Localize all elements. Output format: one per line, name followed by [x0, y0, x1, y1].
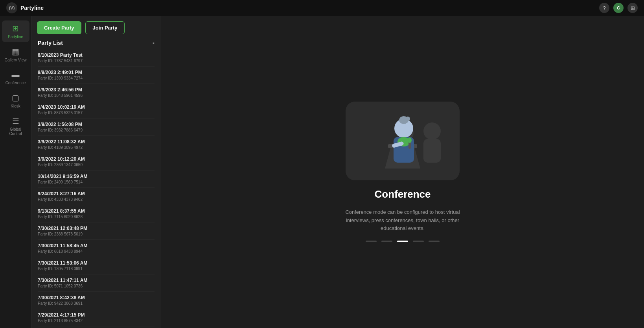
party-item-id: Party ID: 5071 1052 0736: [38, 284, 155, 288]
party-list-header: Party List ▪: [31, 38, 161, 49]
carousel-dot[interactable]: [366, 241, 377, 242]
party-item-name: 3/9/2022 1:56:08 PM: [38, 122, 155, 127]
topbar-icons: ? C ⊞: [599, 3, 638, 13]
gallery-view-icon: ▦: [12, 47, 19, 56]
party-item-id: Party ID: 2499 1569 7514: [38, 180, 155, 184]
party-item-id: Party ID: 1390 9334 7274: [38, 76, 155, 80]
party-item-id: Party ID: 9422 3868 3691: [38, 301, 155, 306]
party-item-name: 3/9/2022 10:12:20 AM: [38, 156, 155, 162]
party-item-name: 9/13/2021 8:37:55 AM: [38, 208, 155, 214]
party-item-name: 9/24/2021 8:27:16 AM: [38, 191, 155, 196]
party-list-item[interactable]: 8/10/2023 Party Test Party ID: 1787 5431…: [38, 49, 155, 67]
party-item-id: Party ID: 1787 5431 6797: [38, 59, 155, 63]
main-content: Conference Conference mode can be config…: [161, 16, 644, 328]
sidebar-item-conference[interactable]: ▬ Conference: [2, 67, 29, 88]
party-list-item[interactable]: 7/30/2021 12:03:48 PM Party ID: 2388 567…: [38, 222, 155, 240]
party-item-id: Party ID: 4189 3095 4972: [38, 145, 155, 150]
conference-description: Conference mode can be configured to hos…: [344, 208, 462, 233]
sidebar-item-gallery-view[interactable]: ▦ Gallery View: [2, 44, 29, 65]
party-list-item[interactable]: 7/30/2021 11:47:11 AM Party ID: 5071 105…: [38, 274, 155, 292]
main-layout: ⊞ Partyline ▦ Gallery View ▬ Conference …: [0, 16, 644, 328]
conference-icon: ▬: [12, 70, 20, 79]
conference-illustration-card: [346, 102, 460, 180]
party-list-item[interactable]: 10/14/2021 9:16:59 AM Party ID: 2499 156…: [38, 170, 155, 188]
party-item-name: 1/4/2023 10:02:19 AM: [38, 104, 155, 110]
topbar: (V) Partyline ? C ⊞: [0, 0, 644, 16]
party-item-id: Party ID: 2113 8575 4342: [38, 319, 155, 323]
party-item-id: Party ID: 6618 9438 8944: [38, 249, 155, 254]
party-list-item[interactable]: 9/13/2021 8:37:55 AM Party ID: 7115 6020…: [38, 205, 155, 222]
party-item-name: 10/14/2021 9:16:59 AM: [38, 174, 155, 179]
carousel-dot[interactable]: [397, 241, 408, 242]
party-item-id: Party ID: 7115 6020 8628: [38, 215, 155, 219]
conference-title: Conference: [374, 188, 431, 200]
party-list-item[interactable]: 7/29/2021 4:17:15 PM Party ID: 2113 8575…: [38, 309, 155, 326]
party-item-name: 7/30/2021 11:53:06 AM: [38, 260, 155, 266]
kiosk-label: Kiosk: [11, 104, 20, 108]
grid-menu-button[interactable]: ⊞: [627, 3, 638, 13]
party-actions: Create Party Join Party: [31, 16, 161, 38]
carousel-dot[interactable]: [381, 241, 392, 242]
partyline-icon: ⊞: [12, 24, 19, 33]
party-item-id: Party ID: 2388 5678 5019: [38, 232, 155, 236]
create-party-button[interactable]: Create Party: [37, 21, 81, 34]
party-list-item[interactable]: 3/9/2022 10:12:20 AM Party ID: 2369 1347…: [38, 153, 155, 170]
kiosk-icon: ▢: [12, 93, 19, 102]
user-avatar[interactable]: C: [613, 3, 624, 13]
party-list[interactable]: 8/10/2023 Party Test Party ID: 1787 5431…: [31, 49, 161, 328]
party-item-name: 7/30/2021 8:42:38 AM: [38, 295, 155, 300]
party-list-title: Party List: [38, 40, 63, 46]
party-item-id: Party ID: 3932 7886 6479: [38, 128, 155, 132]
party-item-name: 7/30/2021 11:58:45 AM: [38, 243, 155, 248]
party-list-item[interactable]: 7/30/2021 11:53:06 AM Party ID: 1305 711…: [38, 257, 155, 274]
party-panel: Create Party Join Party Party List ▪ 8/1…: [31, 16, 161, 328]
party-list-menu-icon[interactable]: ▪: [153, 40, 155, 46]
carousel-dots: [366, 241, 440, 242]
party-item-id: Party ID: 1848 5961 4596: [38, 93, 155, 98]
app-name: Partyline: [20, 5, 44, 11]
party-item-id: Party ID: 2369 1347 0650: [38, 163, 155, 167]
party-item-name: 8/9/2023 2:49:01 PM: [38, 70, 155, 75]
party-item-name: 8/10/2023 Party Test: [38, 52, 155, 58]
carousel-dot[interactable]: [429, 241, 440, 242]
sidebar-item-global-control[interactable]: ☰ Global Control: [2, 113, 29, 139]
party-list-item[interactable]: 7/30/2021 8:42:38 AM Party ID: 9422 3868…: [38, 292, 155, 309]
conference-label: Conference: [6, 81, 26, 85]
sidebar: ⊞ Partyline ▦ Gallery View ▬ Conference …: [0, 16, 31, 328]
carousel-dot[interactable]: [413, 241, 424, 242]
party-list-item[interactable]: 8/9/2023 2:49:01 PM Party ID: 1390 9334 …: [38, 67, 155, 84]
party-item-id: Party ID: 4333 4373 9402: [38, 197, 155, 202]
svg-point-14: [408, 137, 412, 143]
party-list-item[interactable]: 7/30/2021 11:58:45 AM Party ID: 6618 943…: [38, 240, 155, 257]
svg-rect-2: [423, 139, 441, 163]
party-item-id: Party ID: 8873 5325 3157: [38, 111, 155, 115]
help-button[interactable]: ?: [599, 3, 609, 13]
svg-point-9: [405, 117, 410, 121]
global-control-label: Global Control: [4, 127, 28, 136]
join-party-button[interactable]: Join Party: [85, 21, 125, 34]
content-area: Create Party Join Party Party List ▪ 8/1…: [31, 16, 644, 328]
partyline-label: Partyline: [8, 35, 23, 39]
sidebar-item-kiosk[interactable]: ▢ Kiosk: [2, 90, 29, 111]
party-list-item[interactable]: 8/9/2023 2:46:56 PM Party ID: 1848 5961 …: [38, 84, 155, 101]
party-list-item[interactable]: 7/29/2021 3:23:57 PM Party ID: 7235 5507…: [38, 326, 155, 328]
party-item-id: Party ID: 1305 7118 0991: [38, 267, 155, 271]
sidebar-item-partyline[interactable]: ⊞ Partyline: [2, 20, 29, 42]
party-item-name: 7/29/2021 4:17:15 PM: [38, 312, 155, 318]
party-item-name: 7/30/2021 11:47:11 AM: [38, 278, 155, 283]
party-list-item[interactable]: 3/9/2022 1:56:08 PM Party ID: 3932 7886 …: [38, 119, 155, 136]
svg-point-1: [423, 122, 441, 140]
party-item-name: 7/30/2021 12:03:48 PM: [38, 226, 155, 231]
party-list-item[interactable]: 1/4/2023 10:02:19 AM Party ID: 8873 5325…: [38, 101, 155, 119]
party-item-name: 3/9/2022 11:08:32 AM: [38, 139, 155, 145]
party-list-item[interactable]: 3/9/2022 11:08:32 AM Party ID: 4189 3095…: [38, 136, 155, 153]
global-control-icon: ☰: [12, 116, 19, 126]
app-logo: (V): [6, 2, 17, 13]
gallery-view-label: Gallery View: [5, 58, 27, 62]
party-list-item[interactable]: 9/24/2021 8:27:16 AM Party ID: 4333 4373…: [38, 188, 155, 205]
party-item-name: 8/9/2023 2:46:56 PM: [38, 87, 155, 93]
